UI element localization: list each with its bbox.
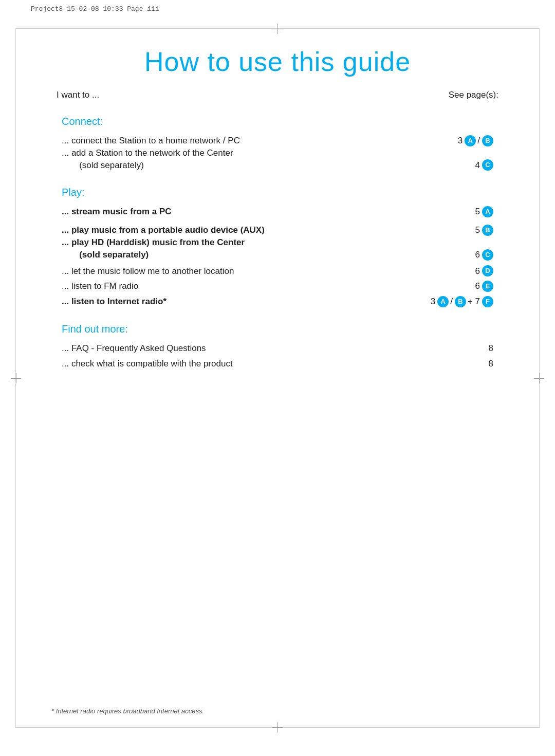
badge-E: E [482,281,493,292]
badge-A2: A [482,206,493,217]
item-faq-text: ... FAQ - Frequently Asked Questions [62,342,489,355]
subtitle-row: I want to ... See page(s): [51,90,504,100]
page-title: How to use this guide [51,46,504,77]
item-portable-page: 5B [475,224,493,236]
badge-D: D [482,265,493,276]
badge-A: A [465,135,476,146]
badge-B3: B [455,296,466,307]
subtitle-right: See page(s): [449,90,498,100]
item-connect-page3: 4C [475,159,493,172]
item-hd-text2: (sold separately) [62,249,475,261]
section-connect: Connect: ... connect the Station to a ho… [51,116,504,171]
badge-C1: C [482,159,493,171]
item-hd-page: 6C [475,249,493,261]
item-compatible-page: 8 [489,358,493,370]
item-hd-text1: ... play HD (Harddisk) music from the Ce… [62,236,493,249]
item-fm-radio: ... listen to FM radio 6E [62,280,493,292]
section-play: Play: ... stream music from a PC 5A ... … [51,187,504,308]
item-stream-page: 5A [475,206,493,218]
item-compatible: ... check what is compatible with the pr… [62,358,493,370]
badge-A3: A [437,296,449,307]
item-follow-music: ... let the music follow me to another l… [62,265,493,278]
item-connect-page1: 3A/B [458,135,493,147]
item-stream-text: ... stream music from a PC [62,206,475,218]
section-find-title: Find out more: [62,323,493,335]
item-connect-text1: ... connect the Station to a home networ… [62,135,458,147]
crosshair-top [272,24,283,34]
item-faq: ... FAQ - Frequently Asked Questions 8 [62,342,493,355]
subtitle-left: I want to ... [57,90,99,100]
badge-B2: B [482,225,493,236]
item-faq-page: 8 [489,342,493,355]
item-stream-music: ... stream music from a PC 5A [62,206,493,218]
item-fm-text: ... listen to FM radio [62,280,475,292]
section-find-out: Find out more: ... FAQ - Frequently Aske… [51,323,504,370]
item-portable-text1: ... play music from a portable audio dev… [62,224,475,236]
badge-B: B [482,135,493,146]
item-fm-page: 6E [475,280,493,292]
item-internet-text: ... listen to Internet radio* [62,296,431,308]
page-metadata: Project8 15-02-08 10:33 Page iii [31,5,159,13]
section-play-title: Play: [62,187,493,198]
item-internet-page: 3A/B + 7F [431,296,493,308]
item-follow-page: 6D [475,265,493,278]
item-compatible-text: ... check what is compatible with the pr… [62,358,489,370]
item-connect-station: ... connect the Station to a home networ… [62,135,493,171]
footer-note: * Internet radio requires broadband Inte… [31,707,524,715]
crosshair-left [11,373,21,383]
section-connect-title: Connect: [62,116,493,127]
item-follow-text: ... let the music follow me to another l… [62,265,475,278]
badge-C2: C [482,249,493,261]
badge-F: F [482,296,493,307]
item-internet-radio: ... listen to Internet radio* 3A/B + 7F [62,296,493,308]
crosshair-bottom [272,722,283,732]
crosshair-right [534,373,544,383]
item-play-portable: ... play music from a portable audio dev… [62,224,493,261]
main-content: How to use this guide I want to ... See … [31,36,524,720]
item-connect-text2: ... add a Station to the network of the … [62,147,493,159]
item-connect-text3: (sold separately) [62,159,475,172]
